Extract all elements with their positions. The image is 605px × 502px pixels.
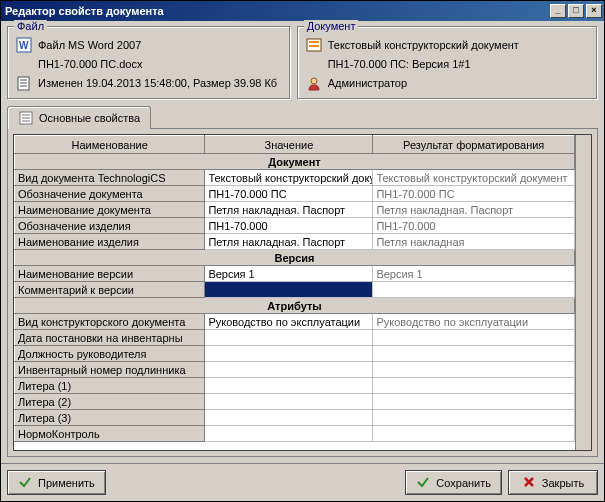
user-icon: [306, 75, 322, 91]
selected-cell[interactable]: [205, 282, 373, 298]
window: Редактор свойств документа _ □ × Файл W …: [0, 0, 605, 502]
save-button[interactable]: Сохранить: [405, 470, 502, 495]
properties-icon: [18, 110, 34, 126]
tab-main-properties[interactable]: Основные свойства: [7, 106, 151, 129]
file-fieldset: Файл W Файл MS Word 2007 ПН1-70.000 ПС.d…: [7, 26, 291, 100]
grid-header-row: Наименование Значение Результат форматир…: [15, 136, 575, 154]
titlebar: Редактор свойств документа _ □ ×: [1, 1, 604, 21]
table-row: Литера (2): [15, 394, 575, 410]
window-title: Редактор свойств документа: [5, 5, 548, 17]
table-row: Литера (1): [15, 378, 575, 394]
document-type-label: Текстовый конструкторский документ: [328, 39, 519, 51]
apply-button[interactable]: Применить: [7, 470, 106, 495]
button-bar: Применить Сохранить Закрыть: [1, 463, 604, 501]
table-row: Вид конструкторского документаРуководств…: [15, 314, 575, 330]
col-name[interactable]: Наименование: [15, 136, 205, 154]
table-row: Обозначение документаПН1-70.000 ПСПН1-70…: [15, 186, 575, 202]
file-legend: Файл: [14, 20, 47, 32]
content: Файл W Файл MS Word 2007 ПН1-70.000 ПС.d…: [1, 21, 604, 463]
table-row: Дата постановки на инвентарны: [15, 330, 575, 346]
tab-strip: Основные свойства: [7, 106, 598, 129]
document-fieldset: Документ Текстовый конструкторский докум…: [297, 26, 598, 100]
section-version: Версия: [15, 250, 575, 266]
word-file-icon: W: [16, 37, 32, 53]
table-row: Литера (3): [15, 410, 575, 426]
document-legend: Документ: [304, 20, 359, 32]
svg-text:W: W: [19, 40, 29, 51]
document-user-label: Администратор: [328, 77, 407, 89]
table-row: Должность руководителя: [15, 346, 575, 362]
property-grid[interactable]: Наименование Значение Результат форматир…: [13, 134, 592, 451]
table-row: Инвентарный номер подлинника: [15, 362, 575, 378]
table-row: Наименование версииВерсия 1Версия 1: [15, 266, 575, 282]
table-row: НормоКонтроль: [15, 426, 575, 442]
svg-rect-7: [309, 41, 319, 43]
check-icon: [416, 475, 430, 491]
file-info-label: Изменен 19.04.2013 15:48:00, Размер 39.9…: [38, 77, 277, 89]
document-type-icon: [306, 37, 322, 53]
close-button[interactable]: Закрыть: [508, 470, 598, 495]
document-properties-icon: [16, 75, 32, 91]
info-panels: Файл W Файл MS Word 2007 ПН1-70.000 ПС.d…: [7, 26, 598, 100]
document-version-label: ПН1-70.000 ПС: Версия 1#1: [328, 58, 471, 70]
svg-rect-8: [309, 45, 319, 47]
table-row: Обозначение изделияПН1-70.000ПН1-70.000: [15, 218, 575, 234]
col-result[interactable]: Результат форматирования: [373, 136, 575, 154]
tab-main-label: Основные свойства: [39, 112, 140, 124]
file-type-label: Файл MS Word 2007: [38, 39, 141, 51]
table-row: Комментарий к версии: [15, 282, 575, 298]
titlebar-buttons: _ □ ×: [548, 4, 602, 18]
table-row: Вид документа TechnologiCSТекстовый конс…: [15, 170, 575, 186]
table-row: Наименование изделияПетля накладная. Пас…: [15, 234, 575, 250]
file-path-label: ПН1-70.000 ПС.docx: [38, 58, 142, 70]
svg-point-9: [311, 78, 317, 84]
vertical-scrollbar[interactable]: [575, 135, 591, 450]
check-icon: [18, 475, 32, 491]
col-value[interactable]: Значение: [205, 136, 373, 154]
section-document: Документ: [15, 154, 575, 170]
close-icon: [522, 475, 536, 491]
close-window-button[interactable]: ×: [586, 4, 602, 18]
section-attributes: Атрибуты: [15, 298, 575, 314]
table-row: Наименование документаПетля накладная. П…: [15, 202, 575, 218]
minimize-button[interactable]: _: [550, 4, 566, 18]
maximize-button[interactable]: □: [568, 4, 584, 18]
tab-sheet: Наименование Значение Результат форматир…: [7, 129, 598, 457]
